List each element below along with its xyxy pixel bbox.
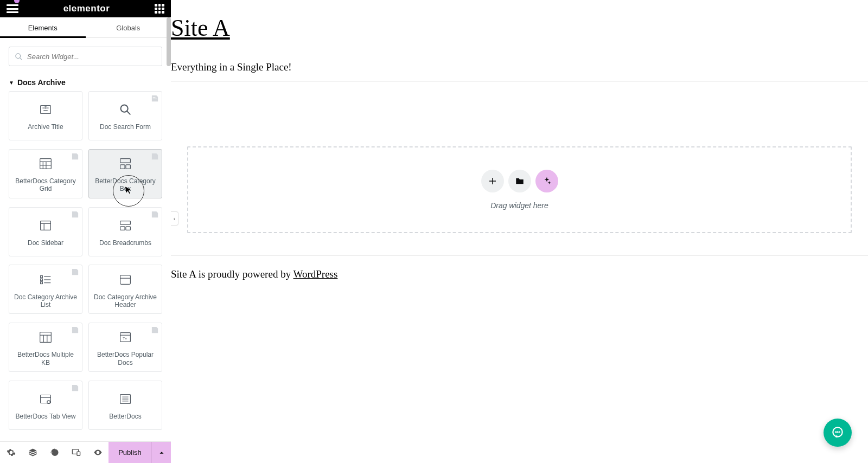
chevron-up-icon	[158, 449, 165, 456]
pro-badge-icon	[71, 326, 79, 334]
widget-label: BetterDocs Popular Docs	[92, 351, 158, 366]
search-icon	[15, 53, 23, 61]
plus-icon	[488, 176, 497, 186]
pro-badge-icon	[71, 268, 79, 276]
svg-rect-24	[41, 279, 43, 281]
pro-badge-icon	[151, 326, 159, 334]
elementor-panel: elementor Elements Globals ▼ Docs Archiv…	[0, 0, 171, 463]
pro-badge-icon	[71, 384, 79, 392]
chat-icon	[831, 426, 845, 440]
widget-betterdocs-multiple-kb[interactable]: BetterDocs Multiple KB	[9, 323, 82, 372]
svg-rect-20	[120, 227, 125, 230]
site-title[interactable]: Site A	[171, 0, 868, 52]
sparkle-icon	[542, 176, 552, 186]
widget-label: BetterDocs Tab View	[16, 413, 76, 420]
widget-archive-title[interactable]: T Archive Title	[9, 91, 82, 140]
widget-label: Doc Category Archive List	[12, 293, 79, 309]
svg-rect-8	[40, 159, 52, 169]
drop-buttons	[481, 170, 558, 192]
widget-label: BetterDocs Multiple KB	[12, 351, 79, 366]
responsive-button[interactable]	[65, 442, 87, 463]
ai-button[interactable]	[535, 170, 558, 192]
svg-rect-37	[41, 395, 51, 403]
apps-icon[interactable]	[155, 4, 164, 14]
pro-badge-icon	[151, 152, 159, 160]
svg-point-6	[121, 105, 128, 112]
widget-label: Doc Search Form	[100, 123, 151, 131]
svg-rect-45	[76, 452, 80, 455]
widget-label: Archive Title	[28, 123, 63, 131]
widget-betterdocs-category-grid[interactable]: BetterDocs Category Grid	[9, 149, 82, 198]
widget-doc-category-archive-header[interactable]: Doc Category Archive Header	[88, 265, 162, 314]
caret-down-icon: ▼	[9, 80, 14, 86]
chevron-left-icon: ‹	[174, 215, 176, 222]
gear-icon	[7, 448, 16, 457]
site-footer: Site A is proudly powered by WordPress	[171, 255, 868, 293]
panel-collapse-button[interactable]: ‹	[171, 211, 178, 226]
layers-icon	[28, 448, 37, 457]
search-wrap	[0, 38, 171, 68]
section-title-label: Docs Archive	[17, 78, 66, 87]
add-template-button[interactable]	[508, 170, 531, 192]
add-section-button[interactable]	[481, 170, 504, 192]
widget-doc-search-form[interactable]: Doc Search Form	[88, 91, 162, 140]
svg-rect-28	[120, 275, 131, 284]
panel-footer: Publish	[0, 441, 171, 463]
search-widget[interactable]	[9, 47, 162, 66]
wordpress-link[interactable]: WordPress	[293, 268, 338, 280]
betterdocs-icon	[117, 391, 133, 407]
publish-options-button[interactable]	[151, 442, 171, 463]
widget-doc-sidebar[interactable]: Doc Sidebar	[9, 207, 82, 256]
history-icon	[50, 448, 59, 457]
svg-rect-16	[41, 221, 51, 230]
drop-area[interactable]: Drag widget here	[187, 146, 852, 233]
navigator-button[interactable]	[22, 442, 43, 463]
multiple-kb-icon	[37, 329, 54, 345]
svg-point-49	[839, 432, 840, 432]
svg-rect-19	[120, 221, 131, 225]
archive-header-icon	[117, 272, 133, 288]
widget-label: Doc Category Archive Header	[92, 293, 158, 309]
panel-tabs: Elements Globals	[0, 17, 171, 38]
archive-list-icon	[37, 272, 54, 288]
widget-label: Doc Breadcrumbs	[99, 239, 151, 247]
chat-button[interactable]	[824, 419, 852, 447]
preview-button[interactable]	[87, 442, 108, 463]
preview-canvas: Site A Everything in a Single Place! Dra…	[171, 0, 868, 463]
widget-betterdocs-popular-docs[interactable]: T≡ BetterDocs Popular Docs	[88, 323, 162, 372]
settings-button[interactable]	[0, 442, 22, 463]
widget-doc-category-archive-list[interactable]: Doc Category Archive List	[9, 265, 82, 314]
category-box-icon	[117, 156, 133, 172]
pro-badge-icon	[71, 210, 79, 218]
tagline: Everything in a Single Place!	[171, 52, 868, 81]
history-button[interactable]	[43, 442, 65, 463]
section-docs-archive[interactable]: ▼ Docs Archive	[0, 68, 171, 91]
divider	[171, 81, 868, 81]
menu-icon[interactable]	[7, 4, 18, 13]
pro-badge-icon	[151, 94, 159, 102]
tab-globals[interactable]: Globals	[86, 17, 171, 37]
widget-betterdocs-category-box[interactable]: BetterDocs Category Box	[88, 149, 162, 198]
search-input[interactable]	[27, 53, 156, 61]
pro-badge-icon	[71, 152, 79, 160]
pro-badge-icon	[151, 210, 159, 218]
widget-betterdocs-tab-view[interactable]: BetterDocs Tab View	[9, 381, 82, 430]
svg-line-7	[127, 111, 131, 115]
widget-betterdocs-generic[interactable]: BetterDocs	[88, 381, 162, 430]
svg-rect-21	[126, 227, 130, 230]
category-grid-icon	[37, 156, 54, 172]
logo-text: elementor	[63, 3, 110, 14]
svg-point-0	[16, 53, 21, 58]
widget-label: BetterDocs Category Grid	[12, 177, 79, 193]
publish-button[interactable]: Publish	[108, 442, 151, 463]
svg-rect-30	[40, 332, 52, 343]
svg-rect-22	[41, 275, 43, 278]
svg-rect-14	[120, 165, 125, 169]
svg-rect-26	[41, 281, 43, 284]
widget-doc-breadcrumbs[interactable]: Doc Breadcrumbs	[88, 207, 162, 256]
tab-elements[interactable]: Elements	[0, 17, 86, 37]
svg-text:T≡: T≡	[123, 337, 127, 340]
drop-hint: Drag widget here	[490, 201, 548, 210]
notification-dot	[14, 0, 20, 3]
popular-docs-icon: T≡	[117, 329, 133, 345]
